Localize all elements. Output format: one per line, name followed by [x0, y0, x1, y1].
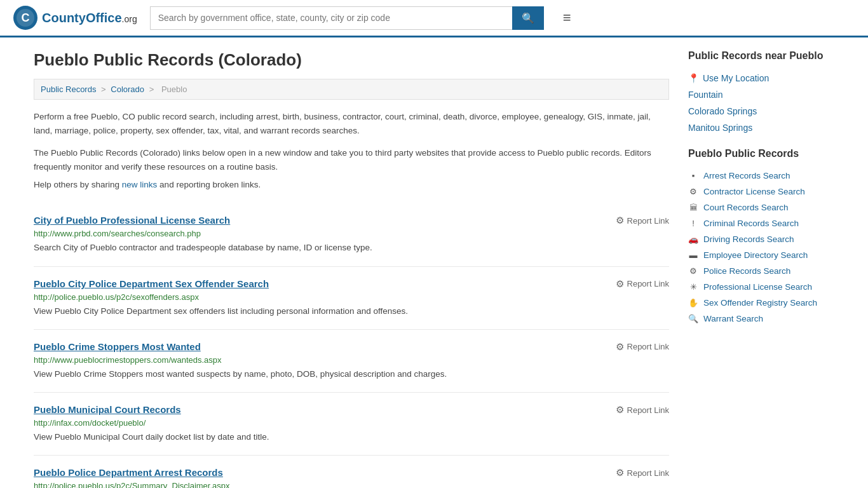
sidebar-record-item-2: 🏛 Court Records Search [688, 203, 834, 212]
share-after: and reporting broken links. [157, 180, 261, 189]
report-label-0: Report Link [627, 216, 669, 226]
sidebar-record-icon-4: 🚗 [688, 234, 698, 244]
breadcrumb-public-records[interactable]: Public Records [41, 85, 96, 94]
report-icon-2: ⚙ [616, 341, 624, 353]
main-content: Pueblo Public Records (Colorado) Public … [21, 37, 847, 488]
record-url-2[interactable]: http://www.pueblocrimestoppers.com/wante… [34, 355, 669, 365]
record-url-3[interactable]: http://infax.com/docket/pueblo/ [34, 418, 669, 428]
nearby-section: Public Records near Pueblo 📍 Use My Loca… [688, 50, 834, 133]
sidebar-record-link-3[interactable]: Criminal Records Search [703, 219, 799, 228]
sidebar-record-link-0[interactable]: Arrest Records Search [703, 171, 790, 180]
record-header: City of Pueblo Professional License Sear… [34, 215, 669, 226]
records-list: City of Pueblo Professional License Sear… [34, 203, 669, 488]
sidebar-record-icon-6: ⚙ [688, 266, 698, 276]
logo[interactable]: C CountyOffice.org [13, 5, 137, 30]
report-link-button-1[interactable]: ⚙ Report Link [616, 278, 669, 290]
record-item: Pueblo Police Department Arrest Records … [34, 456, 669, 488]
sidebar-record-link-2[interactable]: Court Records Search [703, 203, 789, 212]
record-title-2[interactable]: Pueblo Crime Stoppers Most Wanted [34, 341, 201, 352]
use-my-location-link[interactable]: Use My Location [703, 73, 769, 83]
logo-icon: C [13, 5, 38, 30]
menu-button[interactable]: ≡ [563, 10, 571, 26]
report-link-button-2[interactable]: ⚙ Report Link [616, 341, 669, 353]
use-my-location-item: 📍 Use My Location [688, 73, 834, 83]
share-before: Help others by sharing [34, 180, 122, 189]
nearby-item-0: Fountain [688, 90, 834, 100]
sidebar-record-item-7: ✳ Professional License Search [688, 282, 834, 292]
svg-text:C: C [22, 11, 30, 24]
content-area: Pueblo Public Records (Colorado) Public … [34, 50, 669, 488]
location-icon: 📍 [688, 73, 699, 83]
logo-text: CountyOffice.org [42, 11, 137, 25]
sidebar-record-link-4[interactable]: Driving Records Search [703, 234, 794, 244]
sidebar-record-icon-3: ! [688, 219, 698, 228]
sidebar-record-link-9[interactable]: Warrant Search [703, 314, 763, 323]
report-icon-4: ⚙ [616, 467, 624, 478]
intro-text: Perform a free Pueblo, CO public record … [34, 110, 669, 137]
sidebar-record-icon-7: ✳ [688, 282, 698, 292]
menu-icon: ≡ [563, 10, 571, 25]
record-url-0[interactable]: http://www.prbd.com/searches/consearch.p… [34, 229, 669, 238]
record-desc-1: View Pueblo City Police Department sex o… [34, 305, 669, 318]
sidebar-record-link-5[interactable]: Employee Directory Search [703, 250, 808, 260]
report-link-button-3[interactable]: ⚙ Report Link [616, 404, 669, 416]
nearby-link-1[interactable]: Colorado Springs [688, 106, 757, 116]
page-title: Pueblo Public Records (Colorado) [34, 50, 669, 70]
record-header: Pueblo City Police Department Sex Offend… [34, 278, 669, 290]
breadcrumb-colorado[interactable]: Colorado [111, 85, 144, 94]
sidebar-record-item-6: ⚙ Police Records Search [688, 266, 834, 276]
nearby-list: 📍 Use My Location FountainColorado Sprin… [688, 73, 834, 133]
search-input[interactable] [150, 6, 512, 30]
nearby-link-2[interactable]: Manitou Springs [688, 123, 752, 133]
report-label-2: Report Link [627, 342, 669, 351]
record-title-1[interactable]: Pueblo City Police Department Sex Offend… [34, 278, 269, 289]
report-link-button-0[interactable]: ⚙ Report Link [616, 215, 669, 226]
record-item: Pueblo City Police Department Sex Offend… [34, 267, 669, 330]
sidebar-record-icon-0: ▪ [688, 171, 698, 180]
secondary-text: The Pueblo Public Records (Colorado) lin… [34, 146, 669, 173]
sidebar-record-item-9: 🔍 Warrant Search [688, 314, 834, 323]
search-button[interactable]: 🔍 [512, 6, 544, 30]
sidebar-record-item-3: ! Criminal Records Search [688, 219, 834, 228]
report-label-1: Report Link [627, 279, 669, 288]
sidebar-record-item-1: ⚙ Contractor License Search [688, 187, 834, 196]
sidebar-record-item-0: ▪ Arrest Records Search [688, 171, 834, 180]
record-header: Pueblo Police Department Arrest Records … [34, 467, 669, 478]
new-links[interactable]: new links [122, 180, 158, 189]
sidebar-record-link-1[interactable]: Contractor License Search [703, 187, 805, 196]
sidebar-record-icon-5: ▬ [688, 250, 698, 260]
sidebar-record-link-6[interactable]: Police Records Search [703, 266, 790, 276]
record-item: City of Pueblo Professional License Sear… [34, 203, 669, 266]
record-header: Pueblo Municipal Court Records ⚙ Report … [34, 404, 669, 416]
report-link-button-4[interactable]: ⚙ Report Link [616, 467, 669, 478]
share-text: Help others by sharing new links and rep… [34, 180, 669, 189]
record-title-0[interactable]: City of Pueblo Professional License Sear… [34, 215, 230, 226]
sidebar-record-link-7[interactable]: Professional License Search [703, 282, 812, 292]
record-url-1[interactable]: http://police.pueblo.us/p2c/sexoffenders… [34, 292, 669, 302]
report-icon-3: ⚙ [616, 404, 624, 416]
record-item: Pueblo Crime Stoppers Most Wanted ⚙ Repo… [34, 330, 669, 393]
record-url-4[interactable]: http://police.pueblo.us/p2c/Summary_Disc… [34, 481, 669, 488]
search-area: 🔍 [150, 6, 544, 30]
nearby-section-title: Public Records near Pueblo [688, 50, 834, 64]
record-title-4[interactable]: Pueblo Police Department Arrest Records [34, 467, 223, 478]
sidebar: Public Records near Pueblo 📍 Use My Loca… [688, 50, 834, 488]
record-desc-2: View Pueblo Crime Stoppers most wanted s… [34, 368, 669, 381]
sidebar-record-link-8[interactable]: Sex Offender Registry Search [703, 298, 817, 308]
record-item: Pueblo Municipal Court Records ⚙ Report … [34, 393, 669, 456]
breadcrumb-pueblo: Pueblo [161, 85, 187, 94]
record-title-3[interactable]: Pueblo Municipal Court Records [34, 404, 181, 415]
report-label-3: Report Link [627, 405, 669, 415]
nearby-item-1: Colorado Springs [688, 106, 834, 116]
pueblo-records-title: Pueblo Public Records [688, 148, 834, 162]
sidebar-record-icon-2: 🏛 [688, 203, 698, 212]
sidebar-record-item-5: ▬ Employee Directory Search [688, 250, 834, 260]
record-desc-3: View Pueblo Municipal Court daily docket… [34, 431, 669, 444]
site-header: C CountyOffice.org 🔍 ≡ [0, 0, 868, 37]
report-label-4: Report Link [627, 468, 669, 478]
nearby-item-2: Manitou Springs [688, 123, 834, 133]
record-desc-0: Search City of Pueblo contractor and tra… [34, 241, 669, 254]
report-icon-1: ⚙ [616, 278, 624, 290]
nearby-link-0[interactable]: Fountain [688, 90, 722, 100]
report-icon-0: ⚙ [616, 215, 624, 226]
